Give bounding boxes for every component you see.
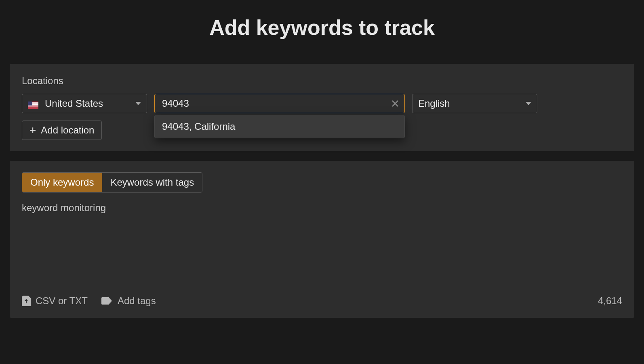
zip-suggestion-item[interactable]: 94043, California <box>155 115 404 138</box>
keywords-panel: Only keywords Keywords with tags keyword… <box>10 161 634 318</box>
plus-icon: + <box>29 125 36 136</box>
svg-rect-5 <box>28 106 38 107</box>
svg-rect-6 <box>28 108 38 108</box>
upload-csv-button[interactable]: CSV or TXT <box>22 295 88 307</box>
language-select[interactable]: English <box>412 94 537 113</box>
keywords-textarea[interactable]: keyword monitoring <box>22 202 622 291</box>
clear-input-button[interactable] <box>390 99 400 108</box>
svg-rect-7 <box>28 102 32 106</box>
flag-icon-us <box>28 100 38 107</box>
add-location-button[interactable]: + Add location <box>22 121 102 140</box>
keywords-footer: CSV or TXT Add tags 4,614 <box>22 291 622 307</box>
tab-keywords-with-tags[interactable]: Keywords with tags <box>102 173 202 192</box>
country-select[interactable]: United States <box>22 94 147 113</box>
upload-csv-label: CSV or TXT <box>36 295 88 307</box>
locations-panel: Locations United States <box>10 64 634 151</box>
keywords-tabs: Only keywords Keywords with tags <box>22 172 202 193</box>
file-upload-icon <box>22 296 31 306</box>
add-location-label: Add location <box>41 125 94 136</box>
keywords-remaining-count: 4,614 <box>598 295 622 307</box>
svg-rect-4 <box>28 106 38 106</box>
add-tags-label: Add tags <box>118 295 156 307</box>
zip-suggestion-dropdown: 94043, California <box>154 115 405 138</box>
zip-search-wrapper: 94043, California <box>154 94 405 113</box>
country-select-label: United States <box>45 98 103 109</box>
chevron-down-icon <box>135 102 141 105</box>
chevron-down-icon <box>526 102 531 105</box>
page-title: Add keywords to track <box>0 0 644 64</box>
locations-label: Locations <box>22 75 622 87</box>
language-select-label: English <box>418 98 450 109</box>
zip-search-input[interactable] <box>154 94 405 113</box>
tab-only-keywords[interactable]: Only keywords <box>22 173 102 192</box>
tag-icon <box>101 296 113 305</box>
close-icon <box>391 99 399 108</box>
add-tags-button[interactable]: Add tags <box>101 295 156 307</box>
